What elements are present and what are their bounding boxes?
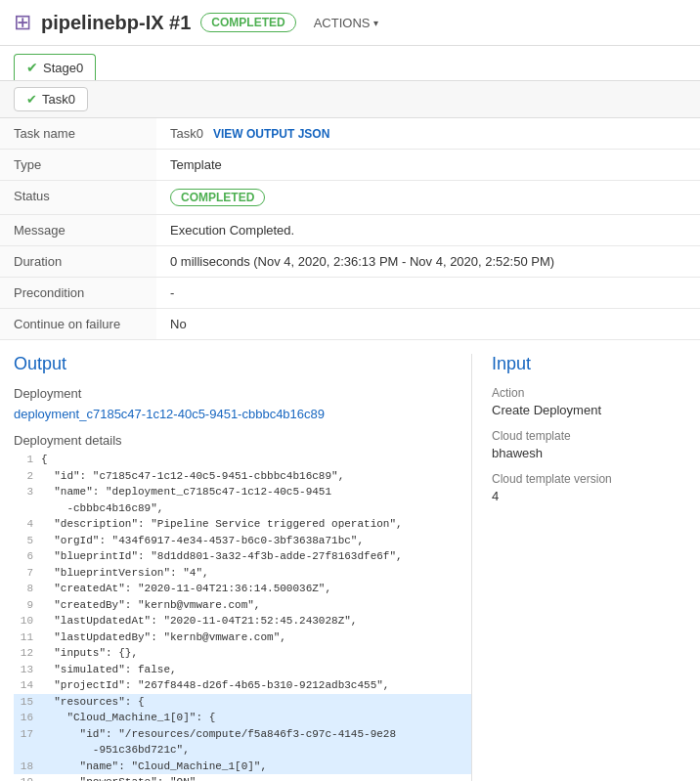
cloud-template-value: bhawesh xyxy=(492,446,686,460)
line-number: 11 xyxy=(14,629,41,646)
code-line: 17 "id": "/resources/compute/f5a846f3-c9… xyxy=(14,726,471,743)
line-number: 12 xyxy=(14,645,41,662)
code-line: 18 "name": "Cloud_Machine_1[0]", xyxy=(14,759,471,775)
action-value: Create Deployment xyxy=(492,403,686,417)
info-row-value: No xyxy=(156,309,700,340)
action-label: Action xyxy=(492,386,686,400)
info-row-value: Template xyxy=(156,150,700,181)
line-number: 6 xyxy=(14,548,41,565)
line-content: "lastUpdatedAt": "2020-11-04T21:52:45.24… xyxy=(41,613,471,629)
task-info-table: Task nameTask0VIEW OUTPUT JSONTypeTempla… xyxy=(0,118,700,340)
info-row-label: Message xyxy=(0,215,156,246)
cloud-template-version-label: Cloud template version xyxy=(492,472,686,486)
code-line: 6 "blueprintId": "8d1dd801-3a32-4f3b-add… xyxy=(14,548,471,565)
code-line: 16 "Cloud_Machine_1[0]": { xyxy=(14,710,471,726)
info-row-label: Continue on failure xyxy=(0,309,156,340)
line-content: "lastUpdatedBy": "kernb@vmware.com", xyxy=(41,629,471,646)
line-content: "resources": { xyxy=(41,694,471,711)
stage-check-icon: ✔ xyxy=(26,60,38,75)
code-line: 8 "createdAt": "2020-11-04T21:36:14.5000… xyxy=(14,581,471,597)
code-line: 12 "inputs": {}, xyxy=(14,645,471,662)
line-number: 10 xyxy=(14,613,41,629)
info-row-value: Execution Completed. xyxy=(156,215,700,246)
line-number: 14 xyxy=(14,677,41,694)
line-content: "simulated": false, xyxy=(41,662,471,678)
task-tab-label: Task0 xyxy=(42,92,75,107)
info-row-label: Type xyxy=(0,150,156,181)
line-content: "powerState": "ON", xyxy=(41,774,471,781)
deployment-link[interactable]: deployment_c7185c47-1c12-40c5-9451-cbbbc… xyxy=(14,407,471,421)
code-line: 3 "name": "deployment_c7185c47-1c12-40c5… xyxy=(14,484,471,500)
code-line: 19 "powerState": "ON", xyxy=(14,774,471,781)
info-row: Precondition- xyxy=(0,278,700,309)
actions-button[interactable]: ACTIONS ▾ xyxy=(314,16,378,30)
cloud-template-version-value: 4 xyxy=(492,489,686,503)
line-number: 7 xyxy=(14,565,41,582)
line-content: "createdAt": "2020-11-04T21:36:14.500036… xyxy=(41,581,471,597)
code-line: 10 "lastUpdatedAt": "2020-11-04T21:52:45… xyxy=(14,613,471,629)
stage0-tab[interactable]: ✔ Stage0 xyxy=(14,54,96,80)
output-section: Output Deployment deployment_c7185c47-1c… xyxy=(14,354,471,781)
pipeline-icon: ⊞ xyxy=(14,10,31,35)
line-content: "inputs": {}, xyxy=(41,645,471,662)
info-row-label: Duration xyxy=(0,246,156,278)
line-content: "name": "deployment_c7185c47-1c12-40c5-9… xyxy=(41,484,471,500)
code-line: 5 "orgId": "434f6917-4e34-4537-b6c0-3bf3… xyxy=(14,533,471,549)
line-content: -951c36bd721c", xyxy=(41,742,471,759)
task-name-value: Task0 xyxy=(170,126,203,141)
line-number: 4 xyxy=(14,516,41,533)
line-content: "id": "/resources/compute/f5a846f3-c97c-… xyxy=(41,726,471,743)
line-number: 2 xyxy=(14,468,41,485)
line-content: "Cloud_Machine_1[0]": { xyxy=(41,710,471,726)
code-block: 1{2 "id": "c7185c47-1c12-40c5-9451-cbbbc… xyxy=(14,452,471,781)
deployment-label: Deployment xyxy=(14,386,471,401)
info-row-value: Task0VIEW OUTPUT JSON xyxy=(156,118,700,150)
line-number: 15 xyxy=(14,694,41,711)
page-header: ⊞ pipelinebp-IX #1 COMPLETED ACTIONS ▾ xyxy=(0,0,700,46)
info-row: Continue on failureNo xyxy=(0,309,700,340)
info-row-label: Precondition xyxy=(0,278,156,309)
info-row-value: - xyxy=(156,278,700,309)
code-line: 2 "id": "c7185c47-1c12-40c5-9451-cbbbc4b… xyxy=(14,468,471,485)
task0-tab[interactable]: ✔ Task0 xyxy=(14,87,88,111)
line-content: "projectId": "267f8448-d26f-4b65-b310-92… xyxy=(41,677,471,694)
line-content: "description": "Pipeline Service trigger… xyxy=(41,516,471,533)
code-line: 7 "blueprintVersion": "4", xyxy=(14,565,471,582)
line-content: "orgId": "434f6917-4e34-4537-b6c0-3bf363… xyxy=(41,533,471,549)
line-number: 13 xyxy=(14,662,41,678)
info-row-label: Task name xyxy=(0,118,156,150)
line-number: 3 xyxy=(14,484,41,500)
code-line: 4 "description": "Pipeline Service trigg… xyxy=(14,516,471,533)
info-row: MessageExecution Completed. xyxy=(0,215,700,246)
stage-tab-label: Stage0 xyxy=(43,61,83,75)
task-check-icon: ✔ xyxy=(26,92,37,107)
code-line: 11 "lastUpdatedBy": "kernb@vmware.com", xyxy=(14,629,471,646)
info-row-value: 0 milliseconds (Nov 4, 2020, 2:36:13 PM … xyxy=(156,246,700,278)
line-content: { xyxy=(41,452,471,468)
line-content: "blueprintVersion": "4", xyxy=(41,565,471,582)
task-bar: ✔ Task0 xyxy=(0,81,700,118)
info-row: StatusCOMPLETED xyxy=(0,181,700,215)
line-content: "name": "Cloud_Machine_1[0]", xyxy=(41,759,471,775)
code-line: -cbbbc4b16c89", xyxy=(14,500,471,517)
view-output-json-link[interactable]: VIEW OUTPUT JSON xyxy=(213,127,329,141)
info-row-value: COMPLETED xyxy=(156,181,700,215)
line-number: 17 xyxy=(14,726,41,743)
output-input-container: Output Deployment deployment_c7185c47-1c… xyxy=(0,340,700,781)
line-content: "id": "c7185c47-1c12-40c5-9451-cbbbc4b16… xyxy=(41,468,471,485)
chevron-down-icon: ▾ xyxy=(373,18,378,28)
line-number: 1 xyxy=(14,452,41,468)
line-content: "blueprintId": "8d1dd801-3a32-4f3b-adde-… xyxy=(41,548,471,565)
line-number: 8 xyxy=(14,581,41,597)
info-row: Duration0 milliseconds (Nov 4, 2020, 2:3… xyxy=(0,246,700,278)
line-number: 9 xyxy=(14,597,41,614)
code-line: 14 "projectId": "267f8448-d26f-4b65-b310… xyxy=(14,677,471,694)
line-content: -cbbbc4b16c89", xyxy=(41,500,471,517)
stage-bar: ✔ Stage0 xyxy=(0,46,700,81)
line-number: 18 xyxy=(14,759,41,775)
info-row: TypeTemplate xyxy=(0,150,700,181)
code-line: 1{ xyxy=(14,452,471,468)
page-title: pipelinebp-IX #1 xyxy=(41,12,191,34)
actions-label: ACTIONS xyxy=(314,16,371,30)
line-number: 16 xyxy=(14,710,41,726)
